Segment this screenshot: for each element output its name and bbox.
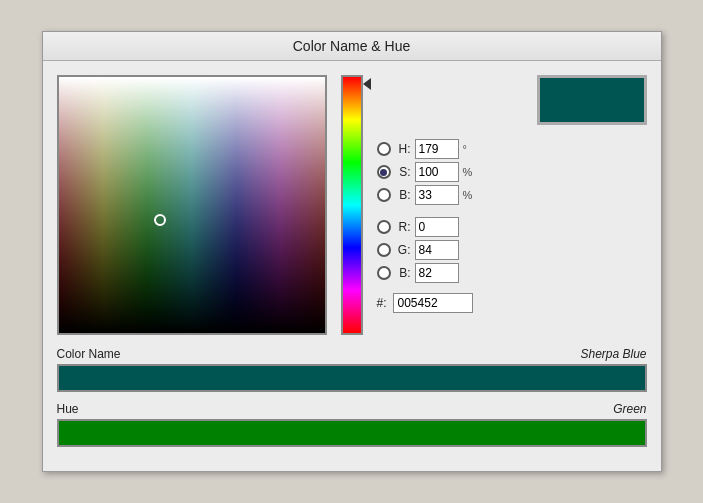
hue-arrow-icon: [363, 78, 371, 90]
hue-slider-wrap[interactable]: [341, 75, 363, 335]
h-field-row: H: °: [377, 139, 647, 159]
hue-label: Hue: [57, 402, 79, 416]
g-radio[interactable]: [377, 243, 391, 257]
b-label: B:: [395, 188, 411, 202]
window-title: Color Name & Hue: [293, 38, 411, 54]
hue-label-row: Hue Green: [57, 402, 647, 416]
canvas-gradient-black: [59, 77, 325, 333]
b2-label: B:: [395, 266, 411, 280]
h-input[interactable]: [415, 139, 459, 159]
right-panel: H: ° S: % B: %: [377, 75, 647, 335]
rgb-fields: R: G: B:: [377, 217, 647, 283]
b-field-row: B: %: [377, 185, 647, 205]
g-label: G:: [395, 243, 411, 257]
r-radio[interactable]: [377, 220, 391, 234]
b-unit: %: [463, 189, 473, 201]
hex-label: #:: [377, 296, 387, 310]
s-label: S:: [395, 165, 411, 179]
r-input[interactable]: [415, 217, 459, 237]
hue-group: Hue Green: [57, 402, 647, 447]
bottom-section: Color Name Sherpa Blue Hue Green: [57, 347, 647, 447]
color-canvas[interactable]: [57, 75, 327, 335]
s-radio[interactable]: [377, 165, 391, 179]
color-preview: [537, 75, 647, 125]
hue-value: Green: [613, 402, 646, 416]
hsb-fields: H: ° S: % B: %: [377, 139, 647, 205]
hex-row: #:: [377, 293, 647, 313]
g-field-row: G:: [377, 240, 647, 260]
r-field-row: R:: [377, 217, 647, 237]
content-area: H: ° S: % B: %: [43, 61, 661, 471]
g-input[interactable]: [415, 240, 459, 260]
r-label: R:: [395, 220, 411, 234]
color-name-group: Color Name Sherpa Blue: [57, 347, 647, 392]
hex-input[interactable]: [393, 293, 473, 313]
h-unit: °: [463, 143, 467, 155]
hue-slider[interactable]: [341, 75, 363, 335]
b2-radio[interactable]: [377, 266, 391, 280]
color-name-bar: [57, 364, 647, 392]
color-name-value: Sherpa Blue: [580, 347, 646, 361]
b2-field-row: B:: [377, 263, 647, 283]
b-radio[interactable]: [377, 188, 391, 202]
b2-input[interactable]: [415, 263, 459, 283]
main-row: H: ° S: % B: %: [57, 75, 647, 335]
h-label: H:: [395, 142, 411, 156]
b-input[interactable]: [415, 185, 459, 205]
h-radio[interactable]: [377, 142, 391, 156]
s-field-row: S: %: [377, 162, 647, 182]
s-unit: %: [463, 166, 473, 178]
color-name-label-row: Color Name Sherpa Blue: [57, 347, 647, 361]
color-canvas-wrap[interactable]: [57, 75, 327, 335]
s-input[interactable]: [415, 162, 459, 182]
hue-bar: [57, 419, 647, 447]
title-bar: Color Name & Hue: [43, 32, 661, 61]
app-window: Color Name & Hue: [42, 31, 662, 472]
color-name-label: Color Name: [57, 347, 121, 361]
